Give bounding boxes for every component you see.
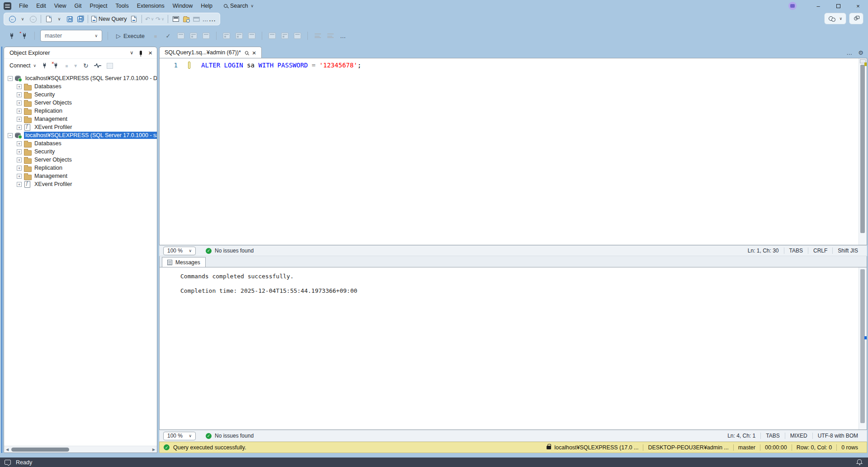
tree-expander[interactable]: + <box>17 141 22 146</box>
eol-mode[interactable]: CRLF <box>808 248 832 254</box>
database-combobox[interactable]: master <box>40 30 102 42</box>
tree-expander[interactable]: + <box>17 117 22 122</box>
tree-expander[interactable]: + <box>17 157 22 162</box>
scroll-right-arrow-icon[interactable]: ▶ <box>151 448 157 452</box>
tree-row[interactable]: − localhost¥SQLEXPRESS (SQL Server 17.0.… <box>4 131 157 139</box>
object-explorer-details-icon[interactable] <box>107 63 113 69</box>
sqlcmd-mode-button[interactable] <box>247 31 256 41</box>
redo-button[interactable] <box>156 14 165 24</box>
close-panel-icon[interactable] <box>148 49 152 57</box>
live-share-control[interactable] <box>824 13 846 24</box>
cancel-query-button[interactable] <box>151 31 160 41</box>
tree-expander[interactable]: + <box>17 109 22 114</box>
feedback-bubble-icon[interactable] <box>5 460 11 465</box>
indent-mode[interactable]: TABS <box>784 248 808 254</box>
tree-row[interactable]: + Security <box>4 148 157 156</box>
messages-pane[interactable]: Commands completed successfully. Complet… <box>159 267 867 430</box>
menu-item[interactable]: Extensions <box>133 0 169 12</box>
filter-icon[interactable] <box>73 62 78 69</box>
document-tab[interactable]: SQLQuery1.sq...¥admin (67))* <box>159 47 262 58</box>
outdent-button[interactable] <box>313 31 322 41</box>
tree-row[interactable]: + Databases <box>4 82 157 91</box>
tree-row[interactable]: + Server Objects <box>4 99 157 107</box>
toolbar2-overflow-button[interactable] <box>339 31 348 41</box>
menu-item[interactable]: Project <box>86 0 112 12</box>
code-editor[interactable]: 1 ALTER LOGIN sa WITH PASSWORD = '123456… <box>159 58 867 245</box>
feedback-button[interactable] <box>849 13 863 24</box>
query-options-button[interactable] <box>171 14 180 24</box>
tree-row[interactable]: − localhost¥SQLEXPRESS (SQL Server 17.0.… <box>4 74 157 82</box>
close-tab-icon[interactable] <box>252 49 256 57</box>
messages-issues-indicator[interactable]: No issues found <box>206 433 254 439</box>
close-button[interactable]: × <box>848 0 868 12</box>
pin-icon[interactable] <box>140 51 142 55</box>
hscroll-track[interactable] <box>10 446 151 453</box>
connect-button[interactable] <box>7 31 16 41</box>
results-to-text-button[interactable] <box>268 31 277 41</box>
editor-zoom-combobox[interactable]: 100 % <box>163 247 196 255</box>
find-in-files-button[interactable] <box>182 14 191 24</box>
cursor-position[interactable]: Ln: 1, Ch: 30 <box>743 248 784 254</box>
menu-item[interactable]: Help <box>197 0 217 12</box>
tree-expander[interactable]: + <box>17 100 22 105</box>
connect-object-icon[interactable] <box>42 62 47 69</box>
tree-expander[interactable]: + <box>17 149 22 154</box>
tree-row[interactable]: + Databases <box>4 139 157 148</box>
new-file-button[interactable] <box>44 14 53 24</box>
pin-tab-icon[interactable] <box>244 50 249 55</box>
editor-settings-icon[interactable] <box>858 48 863 57</box>
tree-row[interactable]: + XEvent Profiler <box>4 180 157 188</box>
editor-issues-indicator[interactable]: No issues found <box>206 248 254 254</box>
tree-row[interactable]: + Management <box>4 115 157 123</box>
results-to-grid-button[interactable] <box>280 31 289 41</box>
messages-zoom-combobox[interactable]: 100 % <box>163 432 196 440</box>
tree-row[interactable]: + Management <box>4 172 157 180</box>
notifications-bell-icon[interactable] <box>857 459 862 463</box>
toolbar-overflow-button[interactable]: … <box>203 14 216 24</box>
menu-item[interactable]: Tools <box>111 0 132 12</box>
cursor-position[interactable]: Ln: 4, Ch: 1 <box>722 433 760 439</box>
account-avatar[interactable] <box>788 2 797 10</box>
tree-row[interactable]: + XEvent Profiler <box>4 123 157 131</box>
menu-item[interactable]: Edit <box>32 0 50 12</box>
restore-button[interactable] <box>828 0 848 12</box>
menu-item[interactable]: File <box>15 0 32 12</box>
plan-compare-button[interactable] <box>235 31 244 41</box>
tree-row[interactable]: + Replication <box>4 164 157 172</box>
disconnect-button[interactable]: × <box>53 62 60 69</box>
tree-row[interactable]: + Server Objects <box>4 156 157 164</box>
editor-vscroll-thumb[interactable] <box>860 65 865 233</box>
object-explorer-hscrollbar[interactable]: ◀ ▶ <box>4 446 157 453</box>
tree-row[interactable]: + Security <box>4 91 157 99</box>
hscroll-thumb[interactable] <box>11 448 69 452</box>
indent-mode[interactable]: TABS <box>760 433 784 439</box>
activity-monitor-icon[interactable] <box>94 63 101 68</box>
connect-dropdown[interactable]: Connect <box>9 62 36 69</box>
tree-expander[interactable]: + <box>17 166 22 171</box>
stop-icon[interactable] <box>65 62 68 69</box>
client-stats-button[interactable] <box>202 31 211 41</box>
tree-expander[interactable]: + <box>17 182 22 187</box>
menu-item[interactable]: Git <box>71 0 86 12</box>
undo-button[interactable] <box>145 14 154 24</box>
search-control[interactable]: Search <box>224 3 254 9</box>
tree-expander[interactable]: + <box>17 174 22 179</box>
results-to-file-button[interactable] <box>293 31 302 41</box>
tree-expander[interactable]: − <box>8 76 13 81</box>
eol-mode[interactable]: MIXED <box>785 433 812 439</box>
tree-expander[interactable]: + <box>17 92 22 97</box>
save-all-button[interactable] <box>75 14 85 24</box>
encoding[interactable]: UTF-8 with BOM <box>812 433 863 439</box>
tree-expander[interactable]: − <box>8 133 13 138</box>
new-file-dropdown[interactable] <box>55 14 64 24</box>
save-button[interactable] <box>65 14 74 24</box>
navigate-back-dropdown[interactable] <box>18 14 27 24</box>
refresh-icon[interactable] <box>83 62 89 69</box>
minimize-button[interactable]: – <box>808 0 828 12</box>
menu-item[interactable]: View <box>50 0 71 12</box>
navigate-back-button[interactable]: ← <box>8 14 17 24</box>
open-query-button[interactable] <box>129 14 138 24</box>
messages-tab[interactable]: Messages <box>162 257 206 267</box>
tab-overflow-icon[interactable] <box>846 48 853 57</box>
parse-button[interactable] <box>164 31 173 41</box>
